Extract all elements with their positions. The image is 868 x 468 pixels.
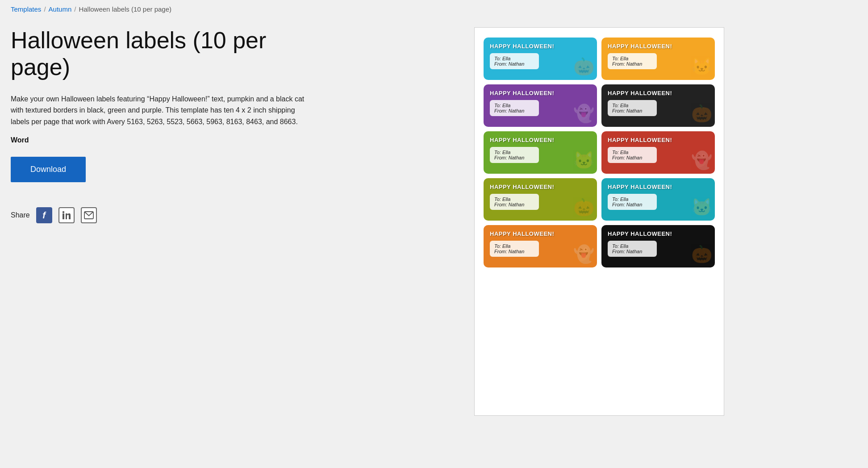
- file-type: Word: [11, 136, 314, 144]
- label-from-7: From: Nathan: [494, 202, 534, 207]
- label-item-6: HAPPY HALLOWEEN! To: Ella From: Nathan 👻: [601, 131, 715, 174]
- share-row: Share f: [11, 207, 314, 223]
- deco-7: 🎃: [573, 197, 594, 217]
- breadcrumb-autumn[interactable]: Autumn: [49, 5, 72, 13]
- label-title-10: HAPPY HALLOWEEN!: [608, 230, 709, 237]
- label-inner-7: To: Ella From: Nathan: [490, 194, 539, 210]
- label-to-5: To: Ella: [494, 150, 534, 155]
- deco-1: 🎃: [573, 57, 594, 76]
- label-from-4: From: Nathan: [612, 108, 652, 113]
- label-inner-6: To: Ella From: Nathan: [608, 147, 657, 163]
- label-to-7: To: Ella: [494, 196, 534, 202]
- deco-3: 👻: [573, 104, 594, 123]
- label-from-2: From: Nathan: [612, 61, 652, 67]
- deco-5: 🐱: [573, 150, 594, 170]
- main-content: Halloween labels (10 per page) Make your…: [11, 27, 857, 416]
- label-title-7: HAPPY HALLOWEEN!: [490, 184, 591, 190]
- label-inner-1: To: Ella From: Nathan: [490, 53, 539, 69]
- deco-9: 👻: [573, 244, 594, 264]
- download-button[interactable]: Download: [11, 157, 86, 182]
- label-title-4: HAPPY HALLOWEEN!: [608, 90, 709, 96]
- breadcrumb-sep-1: /: [44, 5, 46, 13]
- label-to-2: To: Ella: [612, 56, 652, 61]
- label-from-8: From: Nathan: [612, 202, 652, 207]
- label-to-10: To: Ella: [612, 243, 652, 249]
- label-title-3: HAPPY HALLOWEEN!: [490, 90, 591, 96]
- labels-preview: HAPPY HALLOWEEN! To: Ella From: Nathan 🎃…: [474, 27, 724, 416]
- label-inner-3: To: Ella From: Nathan: [490, 100, 539, 116]
- breadcrumb-current: Halloween labels (10 per page): [79, 5, 171, 13]
- deco-6: 👻: [691, 150, 712, 170]
- page-title: Halloween labels (10 per page): [11, 27, 314, 81]
- email-share-button[interactable]: [81, 207, 97, 223]
- labels-grid: HAPPY HALLOWEEN! To: Ella From: Nathan 🎃…: [484, 38, 715, 267]
- label-to-3: To: Ella: [494, 103, 534, 108]
- label-item-2: HAPPY HALLOWEEN! To: Ella From: Nathan 🐱: [601, 38, 715, 80]
- label-title-2: HAPPY HALLOWEEN!: [608, 43, 709, 50]
- label-title-6: HAPPY HALLOWEEN!: [608, 137, 709, 143]
- label-inner-4: To: Ella From: Nathan: [608, 100, 657, 116]
- label-title-9: HAPPY HALLOWEEN!: [490, 230, 591, 237]
- facebook-share-button[interactable]: f: [36, 207, 52, 223]
- label-to-1: To: Ella: [494, 56, 534, 61]
- breadcrumb-templates[interactable]: Templates: [11, 5, 41, 13]
- svg-point-1: [63, 211, 64, 213]
- label-item-7: HAPPY HALLOWEEN! To: Ella From: Nathan 🎃: [484, 178, 597, 221]
- label-from-9: From: Nathan: [494, 249, 534, 254]
- email-icon: [84, 211, 94, 219]
- label-to-4: To: Ella: [612, 103, 652, 108]
- svg-rect-0: [63, 213, 64, 219]
- label-item-3: HAPPY HALLOWEEN! To: Ella From: Nathan 👻: [484, 84, 597, 127]
- share-label: Share: [11, 211, 30, 219]
- label-item-9: HAPPY HALLOWEEN! To: Ella From: Nathan 👻: [484, 225, 597, 267]
- deco-2: 🐱: [691, 57, 712, 76]
- label-item-10: HAPPY HALLOWEEN! To: Ella From: Nathan 🎃: [601, 225, 715, 267]
- label-item-8: HAPPY HALLOWEEN! To: Ella From: Nathan 🐱: [601, 178, 715, 221]
- left-panel: Halloween labels (10 per page) Make your…: [11, 27, 314, 223]
- label-to-9: To: Ella: [494, 243, 534, 249]
- label-title-5: HAPPY HALLOWEEN!: [490, 137, 591, 143]
- label-item-5: HAPPY HALLOWEEN! To: Ella From: Nathan 🐱: [484, 131, 597, 174]
- page-description: Make your own Halloween labels featuring…: [11, 93, 314, 128]
- label-to-8: To: Ella: [612, 196, 652, 202]
- label-to-6: To: Ella: [612, 150, 652, 155]
- label-from-5: From: Nathan: [494, 155, 534, 160]
- label-inner-8: To: Ella From: Nathan: [608, 194, 657, 210]
- label-title-1: HAPPY HALLOWEEN!: [490, 43, 591, 50]
- breadcrumb-sep-2: /: [74, 5, 76, 13]
- linkedin-icon: [62, 210, 71, 220]
- label-from-6: From: Nathan: [612, 155, 652, 160]
- label-inner-9: To: Ella From: Nathan: [490, 241, 539, 257]
- breadcrumb: Templates / Autumn / Halloween labels (1…: [11, 5, 857, 13]
- label-inner-2: To: Ella From: Nathan: [608, 53, 657, 69]
- label-title-8: HAPPY HALLOWEEN!: [608, 184, 709, 190]
- right-panel: HAPPY HALLOWEEN! To: Ella From: Nathan 🎃…: [341, 27, 857, 416]
- label-from-1: From: Nathan: [494, 61, 534, 67]
- label-inner-10: To: Ella From: Nathan: [608, 241, 657, 257]
- label-item-1: HAPPY HALLOWEEN! To: Ella From: Nathan 🎃: [484, 38, 597, 80]
- label-item-4: HAPPY HALLOWEEN! To: Ella From: Nathan 🎃: [601, 84, 715, 127]
- label-from-3: From: Nathan: [494, 108, 534, 113]
- label-inner-5: To: Ella From: Nathan: [490, 147, 539, 163]
- deco-4: 🎃: [691, 104, 712, 123]
- deco-10: 🎃: [691, 244, 712, 264]
- deco-8: 🐱: [691, 197, 712, 217]
- label-from-10: From: Nathan: [612, 249, 652, 254]
- linkedin-share-button[interactable]: [58, 207, 75, 223]
